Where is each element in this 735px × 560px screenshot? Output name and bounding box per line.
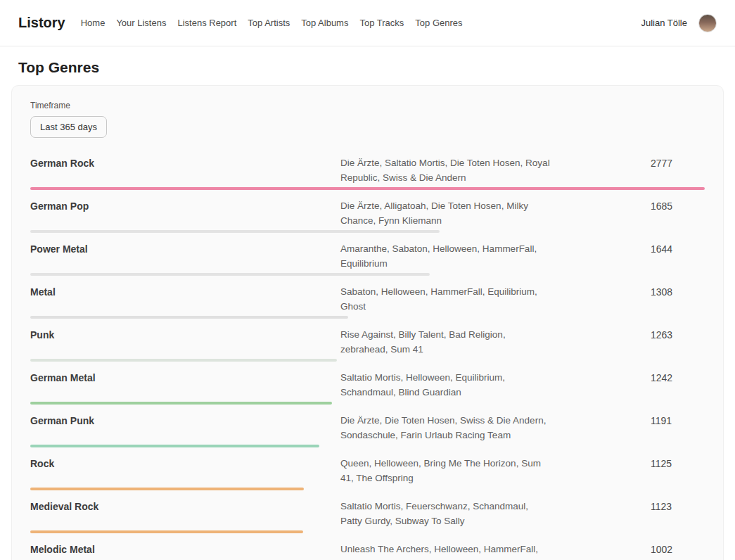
genre-bar bbox=[30, 273, 430, 276]
genre-row: German Metal Saltatio Mortis, Helloween,… bbox=[30, 370, 705, 405]
genre-count: 1125 bbox=[551, 456, 705, 471]
genre-name: Medieval Rock bbox=[30, 499, 340, 514]
nav-item-top-albums[interactable]: Top Albums bbox=[301, 15, 348, 31]
genre-artists: Sabaton, Helloween, HammerFall, Equilibr… bbox=[340, 284, 551, 314]
genre-bar bbox=[30, 488, 304, 490]
genre-artists: Die Ärzte, Saltatio Mortis, Die Toten Ho… bbox=[340, 155, 551, 185]
genre-row: Metal Sabaton, Helloween, HammerFall, Eq… bbox=[30, 284, 705, 319]
genre-bar bbox=[30, 187, 705, 190]
genre-count: 1123 bbox=[551, 499, 705, 514]
genre-artists: Saltatio Mortis, Helloween, Equilibrium,… bbox=[340, 370, 551, 400]
nav-item-top-artists[interactable]: Top Artists bbox=[248, 15, 290, 31]
genre-row: German Pop Die Ärzte, Alligatoah, Die To… bbox=[30, 198, 705, 233]
genre-count: 1308 bbox=[551, 284, 705, 299]
genre-artists: Amaranthe, Sabaton, Helloween, HammerFal… bbox=[340, 241, 551, 271]
genre-bar bbox=[30, 316, 348, 319]
top-genres-card: Timeframe Last 365 days German Rock Die … bbox=[11, 85, 724, 560]
genre-bar bbox=[30, 530, 303, 533]
genre-count: 1002 bbox=[551, 542, 705, 556]
genre-count: 1191 bbox=[551, 413, 705, 428]
genre-row: Rock Queen, Helloween, Bring Me The Hori… bbox=[30, 456, 705, 490]
nav-item-listens-report[interactable]: Listens Report bbox=[177, 15, 236, 31]
genre-bar bbox=[30, 230, 440, 233]
genre-bar bbox=[30, 359, 337, 362]
genre-row: Power Metal Amaranthe, Sabaton, Hellowee… bbox=[30, 241, 705, 276]
genre-name: Metal bbox=[30, 284, 340, 299]
genre-name: German Punk bbox=[30, 413, 340, 428]
genre-artists: Die Ärzte, Die Toten Hosen, Swiss & Die … bbox=[340, 413, 551, 443]
genre-count: 1242 bbox=[551, 370, 705, 385]
genre-name: Rock bbox=[30, 456, 340, 471]
genre-name: Power Metal bbox=[30, 241, 340, 256]
genre-row: German Rock Die Ärzte, Saltatio Mortis, … bbox=[30, 155, 705, 190]
nav-item-your-listens[interactable]: Your Listens bbox=[116, 15, 166, 31]
genre-name: German Pop bbox=[30, 198, 340, 213]
navbar: Listory Home Your Listens Listens Report… bbox=[0, 0, 735, 46]
genre-count: 2777 bbox=[551, 155, 705, 170]
timeframe-label: Timeframe bbox=[30, 101, 705, 110]
genre-table: German Rock Die Ärzte, Saltatio Mortis, … bbox=[30, 155, 705, 560]
genre-bar bbox=[30, 445, 319, 447]
user-menu: Julian Tölle bbox=[641, 14, 717, 32]
genre-artists: Rise Against, Billy Talent, Bad Religion… bbox=[340, 327, 551, 357]
genre-row: German Punk Die Ärzte, Die Toten Hosen, … bbox=[30, 413, 705, 447]
nav-item-home[interactable]: Home bbox=[81, 15, 106, 31]
genre-artists: Die Ärzte, Alligatoah, Die Toten Hosen, … bbox=[340, 198, 551, 228]
genre-count: 1263 bbox=[551, 327, 705, 342]
genre-artists: Queen, Helloween, Bring Me The Horizon, … bbox=[340, 456, 551, 485]
brand-logo[interactable]: Listory bbox=[18, 15, 65, 31]
timeframe-select[interactable]: Last 365 days bbox=[30, 116, 107, 138]
genre-artists: Unleash The Archers, Helloween, HammerFa… bbox=[340, 542, 551, 560]
genre-name: German Metal bbox=[30, 370, 340, 385]
genre-row: Melodic Metal Unleash The Archers, Hello… bbox=[30, 542, 705, 560]
genre-artists: Saltatio Mortis, Feuerschwanz, Schandmau… bbox=[340, 499, 551, 528]
genre-row: Medieval Rock Saltatio Mortis, Feuerschw… bbox=[30, 499, 705, 533]
nav-item-top-tracks[interactable]: Top Tracks bbox=[359, 15, 404, 31]
genre-count: 1685 bbox=[551, 198, 705, 213]
genre-name: Punk bbox=[30, 327, 340, 342]
genre-name: German Rock bbox=[30, 155, 340, 170]
genre-name: Melodic Metal bbox=[30, 542, 340, 556]
genre-count: 1644 bbox=[551, 241, 705, 256]
genre-row: Punk Rise Against, Billy Talent, Bad Rel… bbox=[30, 327, 705, 362]
main-nav: Home Your Listens Listens Report Top Art… bbox=[81, 15, 463, 31]
page-title: Top Genres bbox=[18, 59, 717, 76]
genre-bar bbox=[30, 402, 332, 405]
user-avatar[interactable] bbox=[698, 14, 717, 32]
user-name[interactable]: Julian Tölle bbox=[641, 18, 687, 28]
nav-item-top-genres[interactable]: Top Genres bbox=[415, 15, 462, 31]
